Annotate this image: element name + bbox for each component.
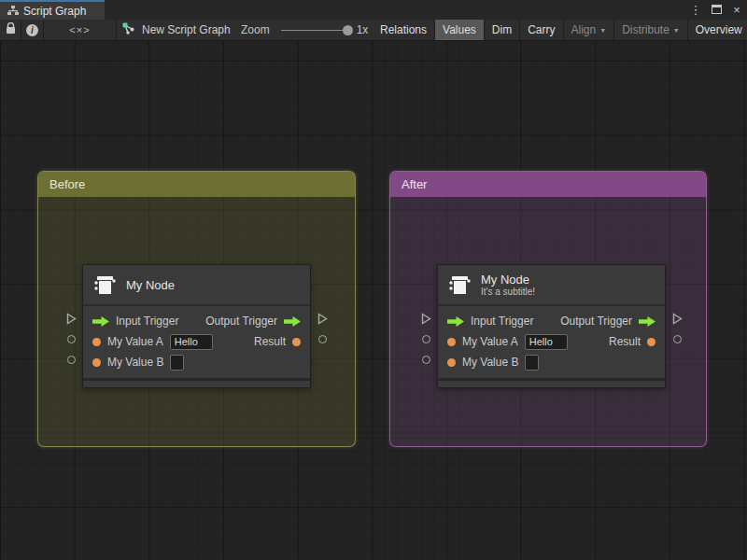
maximize-icon[interactable] (710, 0, 723, 20)
kebab-menu-icon[interactable]: ⋮ (689, 0, 702, 20)
external-trigger-port-icon[interactable] (671, 313, 683, 324)
graph-asset-icon (122, 22, 135, 37)
node-after[interactable]: My Node It's a subtitle! Input Trigger O… (437, 264, 666, 388)
chevron-down-icon: ▼ (673, 27, 680, 34)
graph-toolbar: i <×> New Script Graph Zoom 1x Relations… (0, 20, 747, 41)
lock-button[interactable] (0, 20, 21, 40)
code-brackets-icon: <×> (69, 24, 90, 35)
port-row-value-a: My Value A Result (83, 331, 310, 352)
node-subtitle: It's a subtitle! (481, 287, 535, 298)
external-value-port-icon[interactable] (420, 354, 431, 365)
relations-button[interactable]: Relations (373, 20, 435, 40)
value-port-icon (92, 358, 101, 367)
value-port-icon (447, 358, 456, 367)
port-row-trigger: Input Trigger Output Trigger (83, 311, 310, 331)
value-b-port[interactable]: My Value B (447, 355, 539, 371)
tab-title: Script Graph (23, 5, 86, 18)
port-row-trigger: Input Trigger Output Trigger (438, 311, 665, 331)
lock-icon (6, 22, 16, 37)
align-dropdown[interactable]: Align▼ (564, 20, 615, 40)
value-a-port[interactable]: My Value A (92, 334, 213, 350)
external-value-port-icon[interactable] (65, 354, 77, 365)
carry-button[interactable]: Carry (520, 20, 563, 40)
close-icon[interactable]: × (730, 0, 743, 20)
window-controls: ⋮ × (689, 0, 743, 20)
value-b-input[interactable] (525, 355, 539, 371)
external-trigger-port-icon[interactable] (317, 313, 328, 324)
view-buttons: Relations Values Dim Carry Align▼ Distri… (373, 20, 747, 40)
zoom-value: 1x (357, 23, 369, 36)
port-row-value-b: My Value B (83, 352, 310, 372)
output-trigger-port[interactable]: Output Trigger (560, 315, 655, 328)
external-trigger-port-icon[interactable] (65, 313, 77, 324)
node-title: My Node (126, 278, 175, 292)
input-trigger-port[interactable]: Input Trigger (92, 315, 178, 328)
external-trigger-port-icon[interactable] (420, 313, 431, 324)
port-row-value-a: My Value A Result (438, 331, 665, 352)
tab-bar: Script Graph ⋮ × (0, 0, 747, 20)
result-port[interactable]: Result (609, 335, 655, 348)
node-after-body: Input Trigger Output Trigger My Value A … (438, 306, 665, 378)
value-port-icon (292, 338, 301, 346)
value-port-icon (447, 338, 456, 346)
output-trigger-port[interactable]: Output Trigger (205, 315, 301, 328)
unit-node-icon (92, 273, 118, 298)
chevron-down-icon: ▼ (599, 27, 606, 34)
external-value-port-icon[interactable] (65, 333, 77, 344)
node-footer (438, 378, 665, 387)
input-trigger-port[interactable]: Input Trigger (447, 315, 533, 328)
graph-canvas[interactable]: Before After My Node (0, 41, 747, 560)
graph-title-area: New Script Graph (122, 20, 231, 40)
zoom-slider[interactable] (281, 30, 348, 31)
node-before-body: Input Trigger Output Trigger My Value A … (83, 306, 310, 378)
graph-hierarchy-icon (7, 6, 19, 16)
node-title: My Node (481, 273, 535, 287)
trigger-arrow-icon (639, 316, 655, 327)
value-a-input[interactable] (170, 334, 213, 350)
port-row-value-b: My Value B (438, 352, 665, 372)
node-after-header[interactable]: My Node It's a subtitle! (438, 265, 665, 306)
unit-node-icon (447, 273, 472, 298)
graph-name-label: New Script Graph (142, 23, 231, 36)
dim-button[interactable]: Dim (485, 20, 520, 40)
result-port[interactable]: Result (254, 335, 301, 348)
distribute-dropdown[interactable]: Distribute▼ (614, 20, 688, 40)
zoom-label: Zoom (241, 23, 270, 36)
value-b-port[interactable]: My Value B (92, 355, 184, 371)
overview-button[interactable]: Overview (688, 20, 747, 40)
external-value-port-icon[interactable] (671, 333, 683, 344)
zoom-slider-thumb[interactable] (343, 25, 353, 35)
tab-script-graph[interactable]: Script Graph (0, 0, 105, 20)
trigger-arrow-icon (92, 316, 109, 327)
info-icon: i (26, 24, 38, 36)
trigger-arrow-icon (447, 316, 464, 327)
group-before-header[interactable]: Before (38, 172, 355, 197)
code-view-button[interactable]: <×> (44, 20, 116, 40)
script-graph-window: Script Graph ⋮ × i <×> New Script Graph (0, 0, 747, 560)
node-footer (83, 378, 310, 387)
group-after-header[interactable]: After (390, 172, 706, 197)
node-before-header[interactable]: My Node (83, 265, 310, 306)
value-a-port[interactable]: My Value A (447, 334, 568, 350)
values-button[interactable]: Values (435, 20, 485, 40)
value-port-icon (647, 338, 655, 346)
node-before[interactable]: My Node Input Trigger Output Trigger (82, 264, 311, 388)
value-a-input[interactable] (525, 334, 568, 350)
group-before-label: Before (49, 177, 85, 191)
info-button[interactable]: i (21, 20, 43, 40)
trigger-arrow-icon (284, 316, 301, 327)
value-b-input[interactable] (170, 355, 184, 371)
group-after-label: After (402, 177, 427, 191)
value-port-icon (92, 338, 101, 346)
external-value-port-icon[interactable] (317, 333, 328, 344)
zoom-control: Zoom 1x (241, 20, 368, 40)
external-value-port-icon[interactable] (420, 333, 431, 344)
